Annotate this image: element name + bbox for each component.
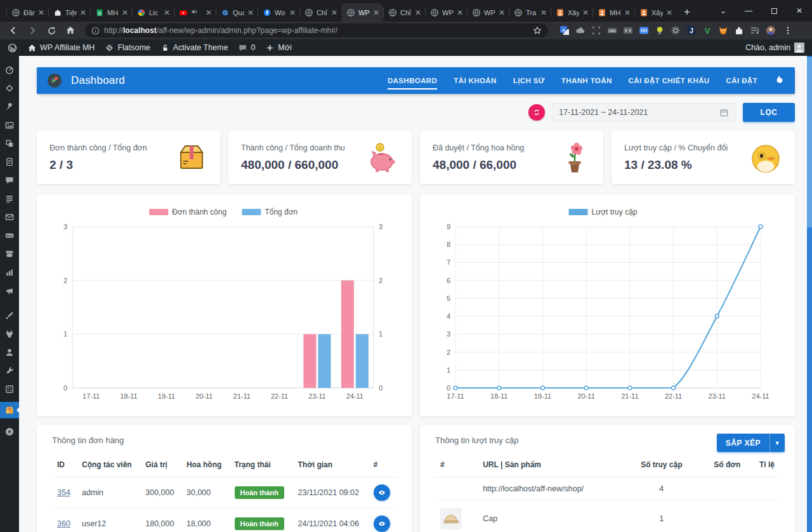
sidebar-item-dashboard[interactable]	[0, 64, 19, 75]
tab-close-icon[interactable]: ✕	[331, 9, 337, 17]
tab-close-icon[interactable]: ✕	[415, 9, 421, 17]
sidebar-item-settings[interactable]	[0, 383, 19, 394]
tab-dashboard[interactable]: DASHBOARD	[379, 67, 445, 94]
view-order-button[interactable]	[374, 515, 390, 532]
forward-button[interactable]	[24, 23, 41, 38]
date-range-input[interactable]: 17-11-2021 ~ 24-11-2021	[553, 103, 735, 122]
tab-lịch-sử[interactable]: LỊCH SỬ	[505, 67, 553, 94]
minimize-button[interactable]: —	[736, 0, 761, 22]
back-button[interactable]	[5, 23, 22, 38]
info-icon[interactable]	[91, 27, 100, 35]
audio-indicator-icon[interactable]	[191, 8, 198, 17]
admin-bar-item-home[interactable]: WP Affiliate MH	[27, 43, 95, 53]
scrollbar-thumb[interactable]	[807, 57, 812, 227]
tab-close-icon[interactable]: ✕	[499, 9, 505, 17]
tab-cài-đặt-chiết-khấu[interactable]: CÀI ĐẶT CHIẾT KHẤU	[620, 67, 718, 94]
sidebar-item-flatsome[interactable]	[0, 83, 19, 93]
tab-close-icon[interactable]: ✕	[247, 9, 254, 17]
view-order-button[interactable]	[374, 484, 390, 501]
translate-icon[interactable]: A	[560, 25, 570, 36]
browser-tab[interactable]: MH✕	[90, 3, 132, 22]
sidebar-item-appearance[interactable]	[0, 310, 19, 321]
sidebar-item-comments[interactable]	[0, 175, 19, 185]
sidebar-item-media[interactable]	[0, 119, 19, 130]
crx-icon[interactable]: CRX	[607, 25, 617, 36]
sidebar-item-pushpin[interactable]	[0, 101, 19, 112]
sidebar-item-affiliate[interactable]	[0, 402, 19, 418]
tab-thanh-toán[interactable]: THANH TOÁN	[553, 67, 620, 94]
sidebar-item-mail[interactable]	[0, 211, 19, 222]
order-id-link[interactable]: 354	[57, 488, 70, 497]
bookmark-star-icon[interactable]	[533, 26, 542, 35]
tab-close-icon[interactable]: ✕	[666, 9, 672, 17]
sidebar-item-archive[interactable]	[0, 248, 19, 259]
tab-close-icon[interactable]: ✕	[373, 9, 379, 17]
chevron-down-icon[interactable]: ▼	[769, 434, 785, 452]
close-window-button[interactable]: ✕	[787, 0, 812, 22]
order-id-link[interactable]: 360	[57, 519, 70, 528]
columns-icon[interactable]	[639, 25, 649, 36]
admin-bar-item-lock[interactable]: Activate Theme	[160, 43, 228, 53]
tab-cài-đặt[interactable]: CÀI ĐẶT	[718, 67, 766, 94]
tab-close-icon[interactable]: ✕	[540, 9, 547, 17]
home-button[interactable]	[62, 23, 79, 38]
browser-tab[interactable]: Tiện✕	[48, 3, 90, 22]
queue-icon[interactable]	[750, 25, 760, 36]
sidebar-item-pages[interactable]	[0, 156, 19, 167]
cloud-icon[interactable]	[575, 25, 586, 36]
browser-tab[interactable]: WP✕	[425, 3, 467, 22]
admin-account-menu[interactable]: Chào, admin	[745, 43, 804, 53]
fire-icon[interactable]	[772, 74, 785, 87]
browser-tab[interactable]: Qua✕	[216, 3, 258, 22]
reload-button[interactable]	[43, 23, 60, 38]
sidebar-item-megaphone[interactable]	[0, 285, 19, 296]
tab-close-icon[interactable]: ✕	[582, 9, 589, 17]
tab-close-icon[interactable]: ✕	[457, 9, 463, 17]
browser-tab[interactable]: Chỉ✕	[299, 3, 341, 22]
sidebar-item-forms[interactable]	[0, 193, 19, 204]
v-icon[interactable]: V	[702, 25, 712, 36]
tab-close-icon[interactable]: ✕	[122, 9, 128, 17]
sidebar-item-plugins[interactable]	[0, 328, 19, 339]
browser-tab[interactable]: Tra✕	[509, 3, 551, 22]
browser-tab-active[interactable]: WP✕	[341, 3, 383, 22]
browser-tab[interactable]: Lic✕	[132, 3, 174, 22]
admin-bar-item-plus[interactable]: Mới	[265, 43, 291, 53]
sidebar-item-users[interactable]	[0, 347, 19, 357]
calendar-icon[interactable]	[719, 108, 729, 117]
browser-tab[interactable]: Wo✕	[258, 3, 299, 22]
address-bar[interactable]: http://localhost/aff-new/wp-admin/admin.…	[85, 23, 548, 37]
sidebar-item-analytics[interactable]	[0, 267, 19, 277]
tab-close-icon[interactable]: ✕	[206, 9, 212, 17]
tab-close-icon[interactable]: ✕	[164, 9, 170, 17]
tab-tài-khoản[interactable]: TÀI KHOẢN	[445, 67, 505, 94]
selection-icon[interactable]	[591, 25, 601, 36]
tab-close-icon[interactable]: ✕	[38, 9, 44, 17]
sidebar-item-products[interactable]	[0, 138, 19, 149]
profile-avatar[interactable]	[766, 25, 776, 36]
new-tab-button[interactable]: +	[679, 4, 695, 20]
browser-tab[interactable]: Xây✕	[551, 3, 593, 22]
sync-icon[interactable]	[528, 104, 545, 121]
gear-icon[interactable]	[671, 25, 681, 36]
filter-button[interactable]: LỌC	[743, 103, 795, 122]
puzzle-icon[interactable]	[734, 25, 744, 36]
page-scrollbar[interactable]	[807, 56, 812, 532]
browser-tab[interactable]: ✕	[174, 3, 216, 22]
browser-tab[interactable]: MH✕	[593, 3, 634, 22]
browser-tab[interactable]: Xây✕	[634, 3, 676, 22]
sidebar-item-tools[interactable]	[0, 365, 19, 376]
tab-close-icon[interactable]: ✕	[289, 9, 296, 17]
browser-tab[interactable]: Đăn✕	[6, 3, 48, 22]
tab-close-icon[interactable]: ✕	[80, 9, 86, 17]
tab-search-chevron-icon[interactable]: ⌄	[710, 0, 736, 22]
browser-tab[interactable]: WP✕	[467, 3, 509, 22]
bulb-icon[interactable]	[655, 25, 665, 36]
tab-close-icon[interactable]: ✕	[624, 9, 631, 17]
fox-icon[interactable]	[718, 25, 728, 36]
browser-tab[interactable]: Chỉ✕	[383, 3, 425, 22]
admin-bar-item-wordpress[interactable]	[8, 43, 17, 53]
j-icon[interactable]: J	[686, 25, 697, 36]
sort-button[interactable]: SẮP XẾP ▼	[717, 434, 785, 452]
browser-menu-icon[interactable]	[780, 23, 796, 38]
